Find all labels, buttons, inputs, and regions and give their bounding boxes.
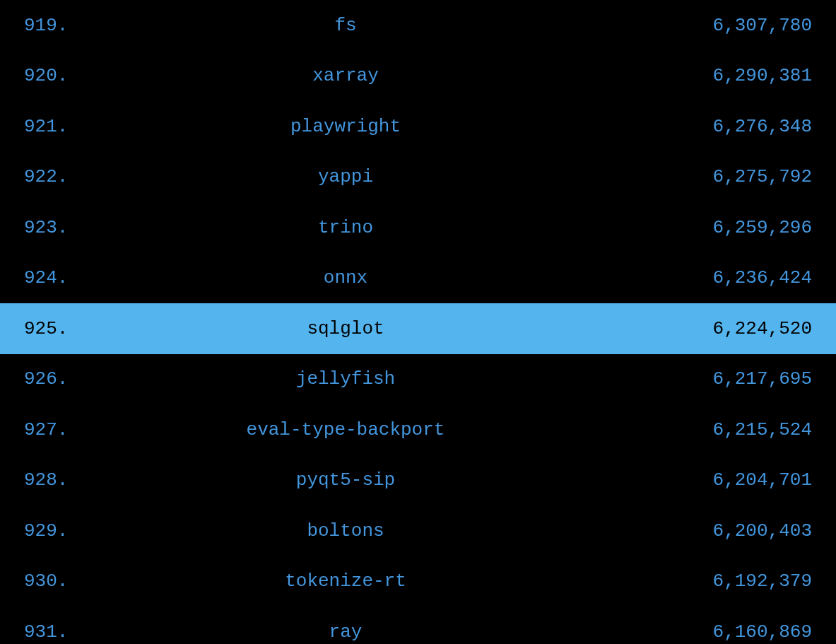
table-row[interactable]: 922.yappi6,275,792 [0,152,836,203]
package-name-cell: playwright [84,116,607,137]
rank-cell: 929. [10,520,84,541]
package-name-cell: ray [84,621,607,643]
rank-cell: 928. [10,469,84,491]
table-row[interactable]: 926.jellyfish6,217,695 [0,354,836,405]
downloads-cell: 6,217,695 [607,368,826,390]
downloads-cell: 6,215,524 [607,419,826,440]
table-row[interactable]: 923.trino6,259,296 [0,202,836,253]
downloads-cell: 6,204,701 [607,469,826,491]
table-row[interactable]: 921.playwright6,276,348 [0,101,836,152]
table-row[interactable]: 929.boltons6,200,403 [0,505,836,556]
table-row[interactable]: 925.sqlglot6,224,520 [0,303,836,354]
rank-cell: 919. [10,15,84,36]
downloads-cell: 6,200,403 [607,520,826,541]
package-name-cell: sqlglot [84,318,607,339]
downloads-cell: 6,236,424 [607,267,826,288]
downloads-cell: 6,259,296 [607,217,826,238]
rank-cell: 923. [10,217,84,238]
package-name-cell: eval-type-backport [84,419,607,440]
table-row[interactable]: 919.fs6,307,780 [0,0,836,51]
rank-cell: 924. [10,267,84,288]
downloads-cell: 6,276,348 [607,116,826,137]
table-row[interactable]: 930.tokenize-rt6,192,379 [0,556,836,607]
package-name-cell: tokenize-rt [84,570,607,592]
package-name-cell: boltons [84,520,607,541]
downloads-cell: 6,160,869 [607,621,826,643]
downloads-cell: 6,275,792 [607,166,826,187]
rank-cell: 921. [10,116,84,137]
rank-cell: 930. [10,570,84,592]
rank-cell: 925. [10,318,84,339]
package-name-cell: xarray [84,65,607,86]
table-row[interactable]: 924.onnx6,236,424 [0,253,836,304]
package-name-cell: yappi [84,166,607,187]
downloads-cell: 6,224,520 [607,318,826,339]
package-name-cell: trino [84,217,607,238]
rank-cell: 931. [10,621,84,643]
rank-cell: 926. [10,368,84,390]
rank-cell: 922. [10,166,84,187]
package-name-cell: jellyfish [84,368,607,390]
downloads-cell: 6,307,780 [607,15,826,36]
downloads-cell: 6,192,379 [607,570,826,592]
rank-cell: 920. [10,65,84,86]
table-row[interactable]: 928.pyqt5-sip6,204,701 [0,455,836,506]
package-name-cell: fs [84,15,607,36]
downloads-cell: 6,290,381 [607,65,826,86]
rank-cell: 927. [10,419,84,440]
table-row[interactable]: 920.xarray6,290,381 [0,51,836,102]
table-row[interactable]: 927.eval-type-backport6,215,524 [0,404,836,455]
package-name-cell: onnx [84,267,607,288]
table-row[interactable]: 931.ray6,160,869 [0,607,836,644]
package-download-table: 919.fs6,307,780920.xarray6,290,381921.pl… [0,0,836,644]
package-name-cell: pyqt5-sip [84,469,607,491]
